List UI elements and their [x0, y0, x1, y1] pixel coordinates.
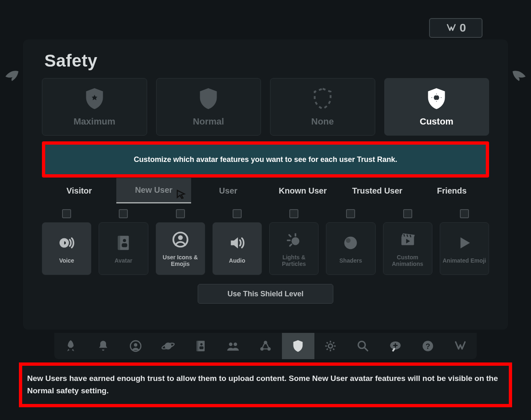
feature-usericons-col: User Icons & Emojis [156, 209, 205, 275]
feature-voice[interactable]: Voice [42, 222, 91, 275]
toolbar-launch[interactable] [54, 333, 87, 359]
wing-right-icon [510, 67, 529, 83]
feature-grid: Voice Avatar User Icons & Emojis Audio [42, 209, 489, 275]
rank-tabs: Visitor New User User Known User Trusted… [42, 178, 489, 203]
panel-title: Safety [42, 39, 489, 78]
rank-tab-friends[interactable]: Friends [415, 178, 489, 203]
feature-voice-checkbox[interactable] [62, 209, 71, 218]
feature-lights-col: Lights & Particles [269, 209, 319, 275]
safety-panel: Safety Maximum Normal None Custom Custom… [23, 39, 508, 330]
currency-badge[interactable]: 0 [429, 18, 483, 38]
feature-animated-emoji[interactable]: Animated Emoji [440, 222, 489, 275]
level-normal[interactable]: Normal [156, 78, 261, 136]
toolbar-avatars[interactable] [184, 333, 217, 359]
feature-audio-checkbox[interactable] [233, 209, 242, 218]
toolbar-network[interactable] [249, 333, 282, 359]
nodes-icon [259, 339, 272, 353]
feature-shaders-col: Shaders [326, 209, 375, 275]
feature-shaders[interactable]: Shaders [326, 222, 375, 275]
shield-icon [291, 339, 305, 353]
currency-value: 0 [459, 21, 466, 35]
rank-tab-visitor[interactable]: Visitor [42, 178, 116, 203]
user-circle-icon [171, 230, 190, 249]
play-icon [455, 233, 474, 252]
footer-highlight: New Users have earned enough trust to al… [19, 362, 512, 407]
group-icon [226, 339, 240, 353]
feature-anim-col: Custom Animations [383, 209, 432, 275]
shield-star-icon [83, 87, 106, 111]
feature-avatar-checkbox[interactable] [119, 209, 128, 218]
feature-aemoji-col: Animated Emoji [440, 209, 489, 275]
avatar-book-icon [114, 233, 133, 252]
clapper-icon [398, 230, 417, 249]
search-icon [356, 339, 370, 353]
shield-gear-icon [425, 87, 448, 111]
user-icon [129, 339, 143, 353]
wing-left-icon [2, 67, 21, 83]
level-label: Normal [193, 116, 224, 127]
use-shield-button[interactable]: Use This Shield Level [198, 284, 333, 304]
feature-usericons-checkbox[interactable] [176, 209, 185, 218]
logo-icon [446, 22, 457, 34]
level-description-highlight: Customize which avatar features you want… [42, 141, 489, 178]
safety-level-row: Maximum Normal None Custom [42, 78, 489, 136]
rank-tab-trusted-user[interactable]: Trusted User [340, 178, 414, 203]
level-label: None [311, 116, 334, 127]
rank-tab-new-user[interactable]: New User [116, 178, 191, 203]
toolbar-social[interactable] [217, 333, 249, 359]
toolbar-vrchat[interactable] [444, 333, 477, 359]
feature-lights-checkbox[interactable] [289, 209, 298, 218]
planet-icon [161, 339, 175, 353]
footer-text: New Users have earned enough trust to al… [27, 372, 504, 397]
toolbar-settings[interactable] [314, 333, 347, 359]
level-custom[interactable]: Custom [384, 78, 489, 136]
feature-lights-particles[interactable]: Lights & Particles [269, 222, 319, 275]
gear-icon [323, 339, 337, 353]
bottom-toolbar [54, 333, 477, 359]
feature-audio[interactable]: Audio [212, 222, 262, 275]
level-label: Maximum [74, 116, 115, 127]
help-icon [421, 339, 435, 353]
toolbar-help[interactable] [412, 333, 444, 359]
toolbar-worlds[interactable] [152, 333, 184, 359]
cursor-icon [175, 189, 186, 200]
toolbar-search[interactable] [347, 333, 379, 359]
rank-tab-known-user[interactable]: Known User [266, 178, 340, 203]
feature-shaders-checkbox[interactable] [346, 209, 355, 218]
toolbar-profile[interactable] [119, 333, 152, 359]
level-description: Customize which avatar features you want… [45, 145, 486, 174]
level-label: Custom [420, 116, 453, 127]
toolbar-alerts[interactable] [87, 333, 119, 359]
bell-icon [96, 339, 110, 353]
feature-avatar[interactable]: Avatar [99, 222, 148, 275]
book-icon [194, 339, 208, 353]
feature-user-icons-emojis[interactable]: User Icons & Emojis [156, 222, 205, 275]
level-none[interactable]: None [270, 78, 375, 136]
shield-dashed-icon [311, 87, 335, 111]
sphere-icon [341, 233, 360, 252]
voice-icon [57, 233, 76, 252]
feature-aemoji-checkbox[interactable] [460, 209, 469, 218]
toolbar-chat[interactable] [379, 333, 412, 359]
audio-icon [228, 233, 247, 252]
rank-tab-user[interactable]: User [191, 178, 266, 203]
sparkle-icon [284, 230, 303, 249]
feature-custom-animations[interactable]: Custom Animations [383, 222, 432, 275]
level-maximum[interactable]: Maximum [42, 78, 147, 136]
shield-icon [196, 87, 220, 111]
feature-avatar-col: Avatar [99, 209, 148, 275]
logo-icon [453, 339, 467, 353]
feature-voice-col: Voice [42, 209, 91, 275]
toolbar-safety[interactable] [282, 333, 314, 359]
feature-anim-checkbox[interactable] [403, 209, 412, 218]
feature-audio-col: Audio [212, 209, 262, 275]
chat-plus-icon [388, 339, 402, 353]
rocket-icon [64, 339, 78, 353]
